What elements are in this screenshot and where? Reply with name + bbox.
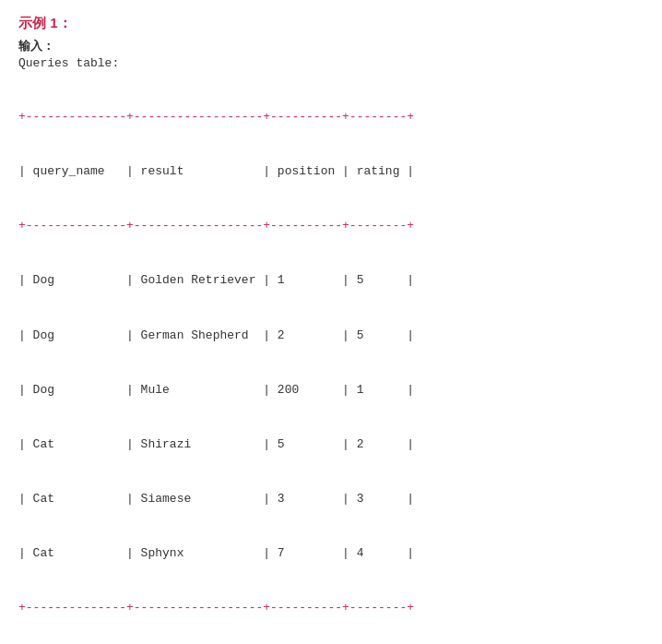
input-table-border-top: +--------------+------------------+-----… [18, 108, 644, 126]
input-section: 输入： Queries table: +--------------+-----… [18, 38, 644, 644]
input-label: 输入： [18, 38, 644, 54]
example-title: 示例 1： [18, 15, 644, 32]
input-table-row-6: | Cat | Sphynx | 7 | 4 | [18, 544, 644, 563]
queries-table-label: Queries table: [18, 56, 644, 70]
input-table: +--------------+------------------+-----… [18, 72, 644, 644]
input-table-border-bottom: +--------------+------------------+-----… [18, 599, 644, 617]
input-table-row-3: | Dog | Mule | 200 | 1 | [18, 381, 644, 400]
input-table-row-4: | Cat | Shirazi | 5 | 2 | [18, 435, 644, 454]
input-table-border-mid: +--------------+------------------+-----… [18, 217, 644, 235]
input-table-row-5: | Cat | Siamese | 3 | 3 | [18, 490, 644, 508]
input-table-row-1: | Dog | Golden Retriever | 1 | 5 | [18, 271, 644, 290]
input-table-row-2: | Dog | German Shepherd | 2 | 5 | [18, 327, 644, 345]
input-table-header: | query_name | result | position | ratin… [18, 162, 644, 181]
